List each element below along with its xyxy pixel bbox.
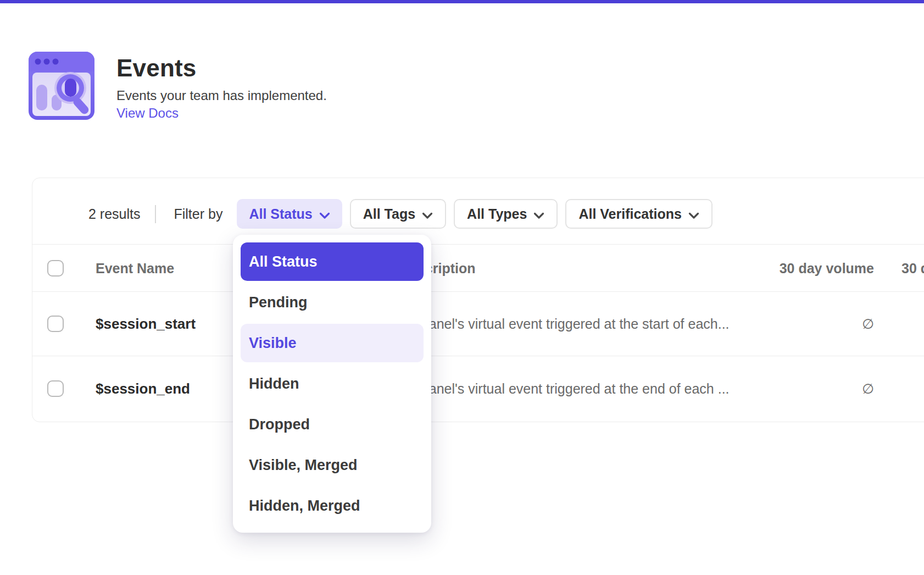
event-description-cell: Mixpanel's virtual event triggered at th…: [400, 380, 730, 396]
dropdown-option-visible[interactable]: Visible: [241, 324, 424, 362]
events-table-card: 2 results Filter by All Status All Tags …: [32, 178, 924, 422]
select-all-checkbox[interactable]: [47, 260, 64, 277]
chevron-down-icon: [533, 207, 544, 223]
types-filter-button[interactable]: All Types: [454, 199, 558, 229]
events-page-icon: [29, 52, 94, 120]
event-name-cell: $session_start: [96, 316, 196, 333]
chevron-down-icon: [422, 207, 433, 223]
chevron-down-icon: [319, 207, 330, 223]
status-filter-dropdown: All Status Pending Visible Hidden Droppe…: [233, 235, 431, 533]
status-filter-button[interactable]: All Status: [237, 199, 342, 229]
tags-filter-label: All Tags: [363, 206, 415, 222]
table-row[interactable]: $session_start Mixpanel's virtual event …: [32, 292, 924, 356]
column-header-30-day-volume: 30 day volume: [711, 260, 874, 276]
filter-by-label: Filter by: [174, 206, 222, 222]
event-description-cell: Mixpanel's virtual event triggered at th…: [400, 316, 730, 332]
dropdown-option-hidden[interactable]: Hidden: [241, 364, 424, 403]
verifications-filter-label: All Verifications: [578, 206, 682, 222]
dropdown-option-hidden-merged[interactable]: Hidden, Merged: [241, 486, 424, 525]
row-checkbox[interactable]: [47, 316, 64, 332]
table-row[interactable]: $session_end Mixpanel's virtual event tr…: [32, 356, 924, 421]
results-count: 2 results: [88, 206, 140, 222]
column-header-30-day-users: 30 day users: [901, 260, 924, 276]
table-header-row: Event Name Description 30 day volume 30 …: [32, 245, 924, 292]
volume-cell: ∅: [711, 380, 874, 396]
page-title: Events: [116, 55, 197, 81]
volume-cell: ∅: [711, 316, 874, 332]
dropdown-option-dropped[interactable]: Dropped: [241, 405, 424, 444]
status-filter-label: All Status: [249, 206, 312, 222]
chevron-down-icon: [688, 207, 699, 223]
top-accent-bar: [0, 0, 924, 3]
dropdown-option-pending[interactable]: Pending: [241, 283, 424, 322]
event-name-cell: $session_end: [96, 380, 190, 397]
filter-pills: All Status All Tags All Types All Verifi…: [237, 199, 713, 229]
dropdown-option-visible-merged[interactable]: Visible, Merged: [241, 446, 424, 484]
page-subtitle: Events your team has implemented.: [116, 88, 327, 103]
tags-filter-button[interactable]: All Tags: [350, 199, 446, 229]
view-docs-link[interactable]: View Docs: [116, 106, 179, 121]
verifications-filter-button[interactable]: All Verifications: [565, 199, 713, 229]
column-header-event-name: Event Name: [96, 260, 174, 276]
dropdown-option-all-status[interactable]: All Status: [241, 242, 424, 281]
types-filter-label: All Types: [467, 206, 527, 222]
filter-toolbar: 2 results Filter by All Status All Tags …: [32, 178, 924, 245]
toolbar-divider: [155, 205, 156, 223]
row-checkbox[interactable]: [47, 380, 64, 397]
